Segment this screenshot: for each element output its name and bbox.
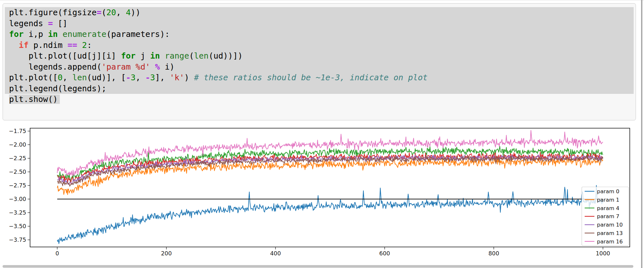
code-token: , — [116, 8, 126, 17]
code-token: ( — [189, 51, 194, 61]
code-token: : — [87, 40, 92, 50]
y-axis-ticks: −1.75−2.00−2.25−2.50−2.75−3.00−3.25−3.50… — [9, 128, 30, 243]
y-tick-label: −3.50 — [9, 223, 26, 229]
notebook-page: { "code_cell": { "lines": [ {"selected":… — [0, 0, 644, 268]
y-tick-label: −1.75 — [9, 128, 26, 134]
code-token: (ud))]) — [209, 51, 242, 61]
plot-series-param-4 — [57, 146, 603, 182]
code-token: 20 — [106, 8, 116, 17]
legend-label: param 0 — [597, 188, 619, 195]
code-token: (ud)], [ — [87, 73, 126, 82]
code-token: 'param %d' — [102, 62, 150, 72]
code-token: )) — [131, 8, 140, 17]
y-tick-label: −2.25 — [9, 155, 26, 162]
code-line-5: plt.plot([ud[j][i] for j in range(len(ud… — [5, 50, 634, 61]
code-token: = — [48, 19, 53, 28]
selected-text: plt.show() — [9, 95, 60, 104]
legend-label: param 1 — [597, 197, 619, 203]
code-line-2: legends = [] — [5, 18, 634, 29]
code-token: - — [145, 73, 150, 82]
code-token — [160, 51, 165, 61]
code-token: len — [194, 51, 209, 61]
horizontal-scrollbar[interactable] — [3, 265, 633, 268]
code-token: 3 — [131, 73, 135, 82]
y-tick-label: −3.25 — [9, 209, 26, 216]
legend-label: param 7 — [597, 213, 619, 219]
code-token: plt.plot([ — [9, 73, 58, 82]
code-token: 4 — [126, 8, 131, 17]
y-tick-label: −2.00 — [9, 141, 26, 148]
code-token: j — [135, 51, 150, 61]
code-token: i,p — [24, 29, 48, 39]
x-tick-label: 1000 — [596, 250, 610, 257]
code-token: [] — [53, 19, 67, 28]
code-token: p.ndim — [28, 40, 67, 50]
code-cell[interactable]: plt.figure(figsize=(20, 4))legends = []f… — [3, 3, 636, 120]
y-tick-label: −3.00 — [9, 196, 26, 202]
code-token: 3 — [150, 73, 155, 82]
code-token: 2 — [82, 40, 87, 50]
legend-label: param 4 — [597, 205, 619, 211]
axes-frame — [30, 128, 630, 247]
code-line-8: plt.legend(legends); — [5, 83, 634, 94]
code-line-4: if p.ndim == 2: — [5, 40, 634, 51]
code-token: plt.plot([ud[j][i] — [9, 51, 121, 61]
code-token: , — [135, 73, 145, 82]
code-line-1: plt.figure(figsize=(20, 4)) — [5, 7, 634, 18]
code-token — [150, 62, 155, 72]
code-line-3: for i,p in enumerate(parameters): — [5, 29, 634, 40]
code-token: for — [9, 29, 24, 39]
code-token: plt.legend(legends); — [9, 84, 106, 93]
code-editor[interactable]: plt.figure(figsize=(20, 4))legends = []f… — [5, 7, 634, 105]
code-token: ( — [102, 8, 106, 17]
x-tick-label: 0 — [55, 250, 59, 257]
code-token: plt.figure(figsize — [9, 8, 97, 17]
code-token: len — [72, 73, 87, 82]
plot-series — [57, 130, 603, 244]
plot-series-param-0 — [57, 185, 603, 244]
code-token: 'k' — [170, 73, 184, 82]
code-token: ) — [184, 73, 194, 82]
code-token: % — [155, 62, 160, 72]
code-token: , — [63, 73, 72, 82]
code-token — [77, 40, 82, 50]
code-token: legends.append( — [9, 62, 102, 72]
code-token: == — [68, 40, 77, 50]
code-token: (parameters): — [106, 29, 170, 39]
code-token: range — [165, 51, 189, 61]
code-token: i) — [160, 62, 175, 72]
y-tick-label: −2.50 — [9, 169, 26, 175]
window-right-edge — [641, 0, 642, 268]
code-token: legends — [9, 19, 48, 28]
y-tick-label: −3.75 — [9, 237, 26, 243]
legend-label: param 13 — [597, 230, 623, 236]
code-token — [9, 40, 19, 50]
y-tick-label: −2.75 — [9, 182, 26, 189]
x-tick-label: 400 — [270, 250, 281, 257]
x-tick-label: 600 — [379, 250, 390, 257]
code-token: in — [48, 29, 58, 39]
code-token: enumerate — [63, 29, 106, 39]
code-line-6: legends.append('param %d' % i) — [5, 61, 634, 73]
code-token: ], — [155, 73, 170, 82]
code-line-9: plt.show() — [5, 94, 634, 105]
legend-label: param 16 — [597, 239, 623, 245]
x-tick-label: 800 — [488, 250, 499, 257]
code-token: in — [150, 51, 160, 61]
x-axis-ticks: 02004006008001000 — [55, 247, 610, 257]
code-token: = — [97, 8, 102, 17]
code-token: 0 — [58, 73, 63, 82]
code-line-7: plt.plot([0, len(ud)], [-3, -3], 'k') # … — [5, 72, 634, 83]
code-token: - — [126, 73, 131, 82]
code-token: # these ratios should be ~1e-3, indicate… — [194, 73, 427, 82]
code-token: for — [121, 51, 135, 61]
code-token — [58, 29, 63, 39]
plot-legend: param 0param 1param 4param 7param 10para… — [582, 187, 629, 246]
code-token: if — [19, 40, 28, 50]
legend-label: param 10 — [597, 222, 623, 228]
code-token: plt.show() — [9, 95, 58, 104]
x-tick-label: 200 — [161, 250, 172, 257]
